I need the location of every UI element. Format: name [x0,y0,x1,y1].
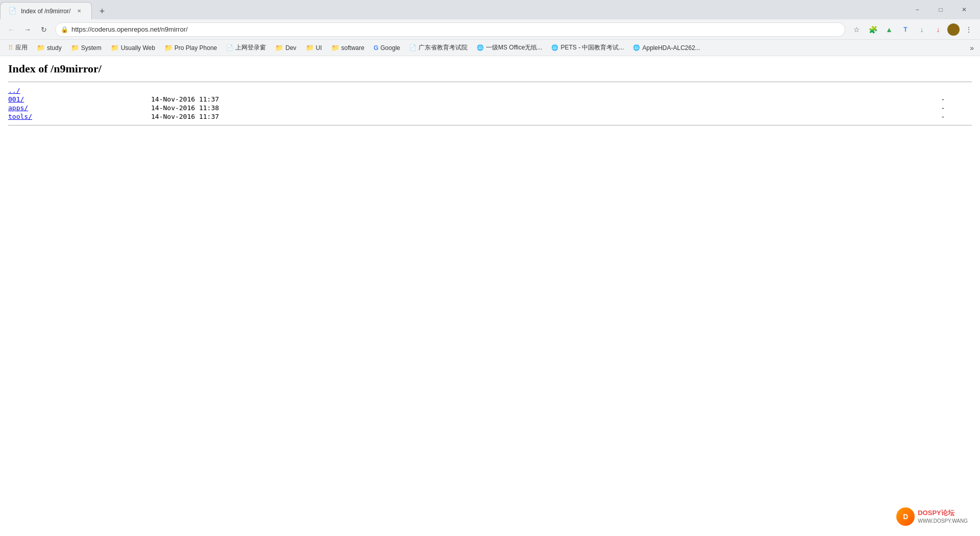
folder-icon: 📁 [71,44,79,52]
google-icon: G [374,44,378,52]
page-icon: 🌐 [633,44,640,51]
file-link[interactable]: tools/ [8,113,100,120]
bookmark-guangdong-label: 广东省教育考试院 [419,43,468,52]
bookmark-apple[interactable]: 🌐 AppleHDA-ALC262... [629,42,704,54]
dospy-name: DOSPY论坛 [918,509,968,518]
bookmark-usually-web-label: Usually Web [121,44,155,52]
toolbar-right: ☆ 🧩 ▲ T ↓ ↓ ⋮ [849,22,976,37]
page-icon: 🌐 [551,44,558,51]
page-title: Index of /n9mirror/ [8,62,972,75]
folder-icon: 📁 [37,44,45,52]
bookmark-software[interactable]: 📁 software [327,42,369,54]
active-tab[interactable]: 📄 Index of /n9mirror/ ✕ [0,2,92,19]
bookmark-system-label: System [81,44,102,52]
tab-title: Index of /n9mirror/ [21,8,71,15]
bookmark-guangdong[interactable]: 📄 广东省教育考试院 [405,42,472,54]
folder-icon: 📁 [306,44,314,52]
reload-button[interactable]: ↻ [37,22,51,37]
download2-icon[interactable]: ↓ [931,22,945,37]
bookmarks-bar: ⠿ 应用 📁 study 📁 System 📁 Usually Web 📁 Pr… [0,40,980,56]
file-listing-table: ../001/14-Nov-2016 11:37-apps/14-Nov-201… [8,86,972,121]
folder-icon: 📁 [331,44,339,52]
bookmark-ms-office-label: 一级MS Office无纸... [486,43,542,52]
file-size-cell: - [941,95,972,104]
file-size-cell: - [941,104,972,112]
browser-toolbar: ← → ↻ 🔒 https://coderus.openrepos.net/n9… [0,19,980,40]
new-tab-button[interactable]: + [94,3,110,19]
file-date-cell: 14-Nov-2016 11:38 [151,104,941,112]
parent-dir-link[interactable]: ../ [8,87,100,94]
profile-avatar[interactable] [947,23,960,36]
table-row: 001/14-Nov-2016 11:37- [8,95,972,104]
file-name-cell: tools/ [8,112,151,121]
bookmark-google-label: Google [380,44,400,52]
file-link[interactable]: apps/ [8,104,100,112]
bookmark-usually-web[interactable]: 📁 Usually Web [107,42,159,54]
file-date-cell: 14-Nov-2016 11:37 [151,112,941,121]
bookmark-star-button[interactable]: ☆ [849,22,864,37]
restore-button[interactable]: □ [929,0,952,19]
bookmarks-overflow-button[interactable]: » [968,44,976,52]
table-row: ../ [8,86,972,95]
forward-button[interactable]: → [20,22,35,37]
translate-icon[interactable]: T [898,22,913,37]
bookmark-pro-play-phone[interactable]: 📁 Pro Play Phone [160,42,221,54]
bookmark-study[interactable]: 📁 study [33,42,66,54]
address-bar[interactable]: 🔒 https://coderus.openrepos.net/n9mirror… [55,22,845,37]
file-date-cell: 14-Nov-2016 11:37 [151,95,941,104]
url-text: https://coderus.openrepos.net/n9mirror/ [71,25,840,33]
bookmark-ms-office[interactable]: 🌐 一级MS Office无纸... [473,42,546,54]
dospy-watermark: D DOSPY论坛 WWW.DOSPY.WANG [892,505,972,528]
folder-icon: 📁 [164,44,173,52]
bookmark-google[interactable]: G Google [370,42,404,54]
menu-button[interactable]: ⋮ [962,22,976,37]
bookmark-shangwang-label: 上网登录窗 [235,43,266,52]
bookmark-ui-label: UI [316,44,322,52]
table-row: apps/14-Nov-2016 11:38- [8,104,972,112]
bookmark-software-label: software [341,44,364,52]
bookmark-pets[interactable]: 🌐 PETS - 中国教育考试... [547,42,628,54]
table-row: tools/14-Nov-2016 11:37- [8,112,972,121]
file-size-cell [941,86,972,95]
back-button[interactable]: ← [4,22,18,37]
bookmark-study-label: study [47,44,62,52]
chrome-window: 📄 Index of /n9mirror/ ✕ + − □ ✕ ← → ↻ 🔒 … [0,0,980,536]
file-date-cell [151,86,941,95]
bookmark-apps[interactable]: ⠿ 应用 [4,42,32,54]
file-size-cell: - [941,112,972,121]
window-controls: − □ ✕ [905,0,980,19]
ssl-lock-icon: 🔒 [61,26,68,33]
bottom-divider [8,125,972,125]
bookmark-dev-label: Dev [285,44,296,52]
apps-grid-icon: ⠿ [8,44,13,52]
tab-bar: 📄 Index of /n9mirror/ ✕ + − □ ✕ [0,0,980,19]
dospy-text: DOSPY论坛 WWW.DOSPY.WANG [918,509,968,524]
page-icon: 📄 [226,44,233,51]
bookmark-apple-label: AppleHDA-ALC262... [642,44,700,52]
page-content: Index of /n9mirror/ ../001/14-Nov-2016 1… [0,56,980,536]
file-link[interactable]: 001/ [8,95,100,103]
close-button[interactable]: ✕ [952,0,976,19]
extension-puzzle-button[interactable]: 🧩 [866,22,880,37]
tab-favicon: 📄 [9,7,17,15]
file-name-cell: ../ [8,86,151,95]
bookmark-shangwang[interactable]: 📄 上网登录窗 [222,42,270,54]
page-icon: 📄 [409,44,416,51]
downloader-icon[interactable]: ↓ [915,22,929,37]
top-divider [8,82,972,82]
bookmark-pro-play-phone-label: Pro Play Phone [175,44,217,52]
bookmark-pets-label: PETS - 中国教育考试... [560,43,624,52]
bookmark-ui[interactable]: 📁 UI [302,42,326,54]
tab-close-button[interactable]: ✕ [75,7,83,15]
dospy-url: WWW.DOSPY.WANG [918,518,968,524]
bookmark-dev[interactable]: 📁 Dev [271,42,300,54]
dospy-logo: D [896,507,915,526]
page-icon: 🌐 [477,44,484,51]
minimize-button[interactable]: − [905,0,929,19]
google-drive-icon[interactable]: ▲ [882,22,896,37]
bookmark-apps-label: 应用 [15,43,28,52]
folder-icon: 📁 [275,44,283,52]
folder-icon: 📁 [111,44,119,52]
bookmark-system[interactable]: 📁 System [67,42,106,54]
file-name-cell: 001/ [8,95,151,104]
